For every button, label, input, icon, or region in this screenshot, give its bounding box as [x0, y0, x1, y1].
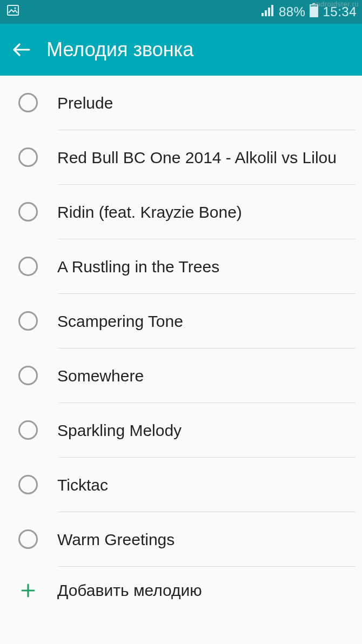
back-button[interactable]: [12, 40, 31, 59]
radio-icon[interactable]: [18, 311, 38, 331]
radio-icon[interactable]: [18, 257, 38, 276]
ringtone-row[interactable]: Warm Greetings: [0, 512, 362, 566]
svg-rect-4: [268, 8, 270, 16]
svg-rect-0: [8, 5, 18, 15]
app-bar: Мелодия звонка: [0, 24, 362, 76]
svg-rect-5: [271, 5, 273, 16]
ringtone-label: Red Bull BC One 2014 - Alkolil vs Lilou: [57, 146, 349, 168]
add-ringtone-label: Добавить мелодию: [57, 581, 202, 600]
radio-icon[interactable]: [18, 475, 38, 494]
page-title: Мелодия звонка: [46, 38, 193, 61]
ringtone-row[interactable]: Scampering Tone: [0, 294, 362, 348]
battery-percent: 88%: [279, 4, 306, 19]
ringtone-label: Ticktac: [57, 474, 349, 495]
status-bar: 88% 15:34: [0, 0, 362, 24]
svg-rect-2: [262, 13, 264, 16]
ringtone-label: Prelude: [57, 92, 349, 113]
ringtone-row[interactable]: Ticktac: [0, 458, 362, 512]
ringtone-label: Scampering Tone: [57, 310, 349, 332]
add-ringtone-row[interactable]: Добавить мелодию: [0, 567, 362, 614]
ringtone-row[interactable]: Sparkling Melody: [0, 403, 362, 457]
ringtone-row[interactable]: Somewhere: [0, 348, 362, 403]
gallery-icon: [6, 4, 19, 20]
ringtone-list: PreludeRed Bull BC One 2014 - Alkolil vs…: [0, 76, 362, 614]
radio-icon[interactable]: [18, 93, 38, 112]
plus-icon: [18, 581, 38, 600]
ringtone-row[interactable]: Red Bull BC One 2014 - Alkolil vs Lilou: [0, 130, 362, 184]
ringtone-label: Somewhere: [57, 365, 349, 386]
ringtone-label: Sparkling Melody: [57, 419, 349, 441]
ringtone-label: Warm Greetings: [57, 528, 349, 550]
radio-icon[interactable]: [18, 366, 38, 385]
ringtone-row[interactable]: Prelude: [0, 76, 362, 130]
radio-icon[interactable]: [18, 147, 38, 167]
radio-icon[interactable]: [18, 420, 38, 440]
watermark: androidster.ru: [312, 0, 359, 8]
radio-icon[interactable]: [18, 529, 38, 549]
svg-rect-3: [265, 10, 267, 16]
signal-icon: [262, 4, 274, 19]
radio-icon[interactable]: [18, 202, 38, 222]
ringtone-label: A Rustling in the Trees: [57, 256, 349, 277]
ringtone-row[interactable]: A Rustling in the Trees: [0, 239, 362, 293]
ringtone-row[interactable]: Ridin (feat. Krayzie Bone): [0, 185, 362, 239]
svg-point-1: [14, 7, 16, 9]
ringtone-label: Ridin (feat. Krayzie Bone): [57, 201, 349, 223]
